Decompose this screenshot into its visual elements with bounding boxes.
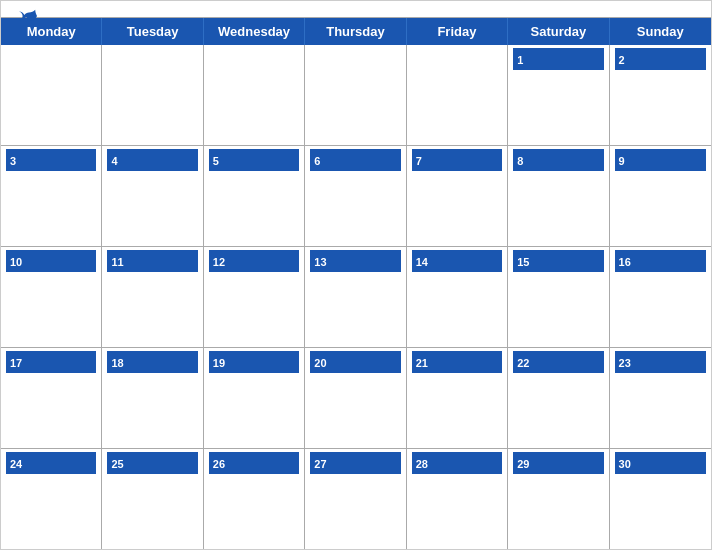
date-number-24: 24: [10, 458, 22, 470]
empty-cell: [305, 45, 406, 145]
empty-cell: [407, 45, 508, 145]
date-number-4: 4: [111, 155, 117, 167]
date-number-3: 3: [10, 155, 16, 167]
day-cell-21: 21: [407, 348, 508, 448]
date-number-28: 28: [416, 458, 428, 470]
day-header-thursday: Thursday: [305, 18, 406, 45]
date-number-9: 9: [619, 155, 625, 167]
calendar-grid: MondayTuesdayWednesdayThursdayFridaySatu…: [1, 17, 711, 549]
date-number-15: 15: [517, 256, 529, 268]
day-cell-20: 20: [305, 348, 406, 448]
day-header-sunday: Sunday: [610, 18, 711, 45]
day-cell-16: 16: [610, 247, 711, 347]
day-headers-row: MondayTuesdayWednesdayThursdayFridaySatu…: [1, 18, 711, 45]
date-number-8: 8: [517, 155, 523, 167]
day-cell-4: 4: [102, 146, 203, 246]
day-header-wednesday: Wednesday: [204, 18, 305, 45]
day-cell-5: 5: [204, 146, 305, 246]
day-header-tuesday: Tuesday: [102, 18, 203, 45]
day-cell-6: 6: [305, 146, 406, 246]
date-number-10: 10: [10, 256, 22, 268]
date-number-7: 7: [416, 155, 422, 167]
day-cell-23: 23: [610, 348, 711, 448]
day-header-saturday: Saturday: [508, 18, 609, 45]
calendar-container: MondayTuesdayWednesdayThursdayFridaySatu…: [0, 0, 712, 550]
day-cell-18: 18: [102, 348, 203, 448]
empty-cell: [204, 45, 305, 145]
day-cell-30: 30: [610, 449, 711, 549]
date-number-14: 14: [416, 256, 428, 268]
day-header-friday: Friday: [407, 18, 508, 45]
date-number-12: 12: [213, 256, 225, 268]
date-number-23: 23: [619, 357, 631, 369]
date-number-11: 11: [111, 256, 123, 268]
date-number-22: 22: [517, 357, 529, 369]
date-number-16: 16: [619, 256, 631, 268]
week-row-5: 24252627282930: [1, 449, 711, 549]
date-number-5: 5: [213, 155, 219, 167]
day-cell-28: 28: [407, 449, 508, 549]
generalblue-logo: [17, 9, 37, 23]
day-cell-19: 19: [204, 348, 305, 448]
day-cell-22: 22: [508, 348, 609, 448]
day-cell-2: 2: [610, 45, 711, 145]
weeks-container: 1234567891011121314151617181920212223242…: [1, 45, 711, 549]
date-number-6: 6: [314, 155, 320, 167]
day-cell-1: 1: [508, 45, 609, 145]
empty-cell: [102, 45, 203, 145]
calendar-header: [1, 1, 711, 17]
day-cell-9: 9: [610, 146, 711, 246]
logo-blue-text: [17, 9, 37, 23]
date-number-2: 2: [619, 54, 625, 66]
date-number-25: 25: [111, 458, 123, 470]
day-cell-15: 15: [508, 247, 609, 347]
date-number-19: 19: [213, 357, 225, 369]
date-number-20: 20: [314, 357, 326, 369]
day-cell-11: 11: [102, 247, 203, 347]
date-number-30: 30: [619, 458, 631, 470]
week-row-2: 3456789: [1, 146, 711, 247]
day-cell-13: 13: [305, 247, 406, 347]
week-row-1: 12: [1, 45, 711, 146]
day-cell-27: 27: [305, 449, 406, 549]
date-number-21: 21: [416, 357, 428, 369]
date-number-17: 17: [10, 357, 22, 369]
day-cell-8: 8: [508, 146, 609, 246]
empty-cell: [1, 45, 102, 145]
date-number-29: 29: [517, 458, 529, 470]
day-cell-26: 26: [204, 449, 305, 549]
day-cell-10: 10: [1, 247, 102, 347]
day-cell-7: 7: [407, 146, 508, 246]
week-row-3: 10111213141516: [1, 247, 711, 348]
day-cell-3: 3: [1, 146, 102, 246]
date-number-1: 1: [517, 54, 523, 66]
day-cell-25: 25: [102, 449, 203, 549]
day-cell-29: 29: [508, 449, 609, 549]
day-cell-12: 12: [204, 247, 305, 347]
day-cell-14: 14: [407, 247, 508, 347]
date-number-18: 18: [111, 357, 123, 369]
day-cell-24: 24: [1, 449, 102, 549]
logo-bird-icon: [19, 9, 37, 23]
date-number-13: 13: [314, 256, 326, 268]
week-row-4: 17181920212223: [1, 348, 711, 449]
date-number-27: 27: [314, 458, 326, 470]
date-number-26: 26: [213, 458, 225, 470]
day-cell-17: 17: [1, 348, 102, 448]
